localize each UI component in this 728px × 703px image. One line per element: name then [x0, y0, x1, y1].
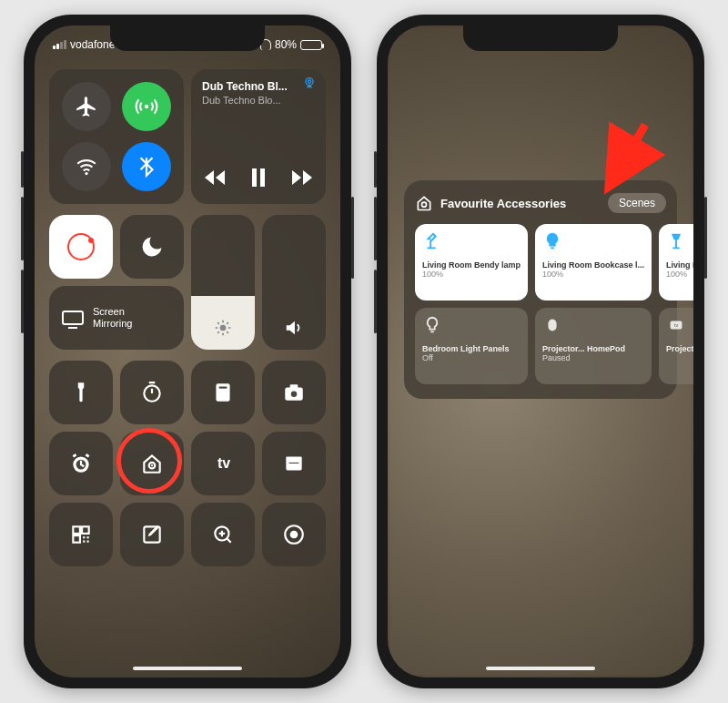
svg-rect-30	[87, 536, 89, 538]
bulb-off-icon	[422, 315, 521, 341]
svg-point-0	[145, 105, 148, 108]
bluetooth-toggle[interactable]	[122, 142, 171, 191]
cellular-icon	[135, 95, 158, 118]
rotation-lock-icon	[67, 233, 95, 260]
svg-point-14	[222, 396, 224, 398]
record-icon	[282, 523, 306, 546]
alarm-icon	[69, 452, 93, 475]
moon-icon	[139, 234, 165, 260]
svg-rect-29	[83, 536, 85, 538]
mirror-line2: Mirroring	[93, 318, 132, 330]
rotation-lock-toggle[interactable]	[49, 215, 113, 279]
timer-icon	[140, 381, 164, 404]
accessory-tile[interactable]: tvProjector... Projector	[659, 308, 693, 384]
desk-lamp-icon	[422, 231, 521, 257]
accessory-tile[interactable]: Bedroom Light PanelsOff	[415, 308, 528, 384]
svg-point-22	[151, 464, 153, 466]
connectivity-tile[interactable]	[49, 69, 184, 204]
svg-rect-27	[82, 526, 89, 534]
flashlight-button[interactable]	[49, 361, 113, 424]
svg-point-11	[222, 392, 224, 394]
accessory-tile[interactable]: Living Room Awesome l...100%	[659, 224, 693, 301]
now-playing-tile[interactable]: Dub Techno Bl... Dub Techno Blo...	[191, 69, 326, 204]
control-center: Dub Techno Bl... Dub Techno Blo...	[49, 69, 326, 656]
svg-rect-9	[218, 385, 228, 389]
accessory-name: Living Room Awesome l...	[666, 260, 693, 270]
accessory-name: Projector... Projector	[666, 344, 693, 353]
wifi-toggle[interactable]	[62, 142, 111, 191]
accessory-state: 100%	[422, 270, 521, 279]
battery-pct: 80%	[275, 38, 297, 51]
svg-point-15	[225, 396, 227, 398]
accessory-tile[interactable]: Projector... HomePodPaused	[535, 308, 652, 384]
appletv-remote-button[interactable]: tv	[191, 432, 255, 495]
notes-button[interactable]	[120, 503, 184, 566]
home-favorites-panel: Favourite Accessories Scenes Living Room…	[404, 180, 677, 399]
home-icon	[140, 452, 164, 475]
dnd-toggle[interactable]	[120, 215, 184, 279]
home-indicator[interactable]	[486, 667, 595, 670]
calculator-button[interactable]	[191, 361, 255, 424]
timer-button[interactable]	[120, 361, 184, 424]
svg-point-36	[290, 531, 298, 539]
svg-rect-5	[260, 168, 265, 187]
home-button[interactable]	[120, 432, 184, 495]
volume-slider[interactable]	[262, 215, 326, 350]
wallet-icon	[282, 452, 306, 475]
flashlight-icon	[69, 381, 93, 404]
bluetooth-icon	[135, 155, 158, 178]
iphone-left: vodafone UK 4G 80%	[24, 15, 351, 688]
pause-button[interactable]	[250, 168, 267, 188]
tv-label: tv	[217, 455, 230, 472]
scenes-button[interactable]: Scenes	[608, 193, 666, 213]
signal-icon	[53, 40, 66, 49]
svg-rect-38	[548, 320, 556, 331]
accessory-tile[interactable]: Living Room Bendy lamp100%	[415, 224, 528, 301]
svg-rect-4	[252, 168, 257, 187]
screen-mirroring-button[interactable]: ScreenMirroring	[49, 286, 184, 350]
next-button[interactable]	[291, 168, 313, 187]
brightness-slider[interactable]	[191, 215, 255, 350]
prev-button[interactable]	[204, 168, 226, 187]
accessory-tile[interactable]: Living Room Bookcase l...100%	[535, 224, 652, 301]
svg-text:tv: tv	[674, 322, 679, 328]
magnifier-icon	[211, 523, 235, 546]
brightness-icon	[191, 319, 255, 337]
svg-point-6	[220, 325, 227, 331]
svg-point-12	[225, 392, 227, 394]
airplane-toggle[interactable]	[62, 82, 111, 131]
wifi-icon	[75, 155, 98, 178]
alarm-button[interactable]	[49, 432, 113, 495]
airplay-icon[interactable]	[302, 76, 317, 89]
svg-rect-31	[83, 541, 85, 543]
wallet-button[interactable]	[262, 432, 326, 495]
svg-rect-24	[286, 456, 301, 460]
panel-title: Favourite Accessories	[440, 197, 601, 210]
svg-point-10	[219, 392, 221, 394]
screen-record-button[interactable]	[262, 503, 326, 566]
accessory-name: Projector... HomePod	[542, 344, 644, 353]
camera-button[interactable]	[262, 361, 326, 424]
qr-scanner-button[interactable]	[49, 503, 113, 566]
iphone-right: Favourite Accessories Scenes Living Room…	[377, 15, 704, 688]
accessory-name: Living Room Bookcase l...	[542, 260, 644, 270]
homepod-icon	[542, 315, 644, 341]
svg-point-1	[85, 172, 87, 175]
svg-rect-25	[288, 462, 300, 464]
floor-lamp-icon	[666, 231, 693, 257]
svg-point-13	[219, 396, 221, 398]
magnifier-button[interactable]	[191, 503, 255, 566]
accessory-state: 100%	[542, 270, 644, 279]
svg-rect-26	[73, 526, 80, 534]
accessory-state: Paused	[542, 353, 644, 362]
cellular-toggle[interactable]	[122, 82, 171, 131]
svg-point-3	[308, 80, 310, 83]
camera-icon	[282, 381, 306, 404]
accessory-name: Living Room Bendy lamp	[422, 260, 521, 270]
home-indicator[interactable]	[133, 667, 242, 670]
appletv-icon: tv	[666, 315, 693, 341]
qr-icon	[69, 523, 93, 546]
airplane-icon	[75, 95, 98, 118]
accessory-state: 100%	[666, 270, 693, 279]
bulb-icon	[542, 231, 644, 257]
